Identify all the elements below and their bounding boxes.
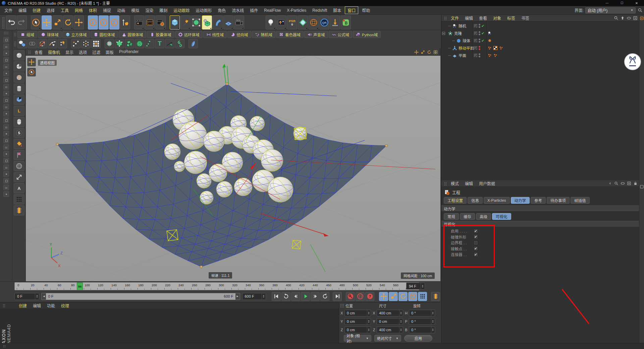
- minimize-button[interactable]: —: [600, 0, 614, 6]
- close-button[interactable]: ✕: [629, 0, 644, 6]
- move-tool-icon[interactable]: [42, 15, 52, 30]
- menu-雕刻[interactable]: 雕刻: [156, 6, 170, 14]
- record-key-button[interactable]: [346, 292, 355, 301]
- attribute-tab-动力学[interactable]: 动力学: [511, 197, 530, 204]
- range-start-field[interactable]: 0 F▲▼: [14, 293, 39, 300]
- psr-keyframe-icon[interactable]: PSR0: [287, 15, 297, 30]
- object-row-球体[interactable]: 球体✔: [441, 37, 639, 44]
- menu-渲染[interactable]: 渲染: [142, 6, 156, 14]
- menu-帮助[interactable]: 帮助: [359, 6, 373, 14]
- enable-check-icon[interactable]: ✔: [481, 39, 484, 43]
- undo-icon[interactable]: [6, 15, 16, 30]
- poly-split-icon[interactable]: [125, 39, 134, 48]
- paint-bucket-icon[interactable]: [14, 139, 24, 149]
- smooth-sphere-icon[interactable]: [14, 50, 24, 60]
- range-end-field[interactable]: 600 F▲▼: [242, 293, 266, 300]
- left-tool-small-18[interactable]: [3, 151, 9, 157]
- size-Y-field[interactable]: 0 cm▲▼: [377, 318, 403, 325]
- field-button-圆柱体域[interactable]: 圆柱体域: [91, 31, 118, 38]
- coord-system-icon[interactable]: [120, 15, 130, 30]
- attribute-tab-参考[interactable]: 参考: [531, 197, 546, 204]
- edge-mode-icon[interactable]: [81, 39, 91, 48]
- dynamics-subtab-高级[interactable]: 高级: [476, 213, 491, 220]
- om-search-icon[interactable]: [613, 15, 619, 21]
- sky-object-icon[interactable]: [276, 15, 286, 30]
- field-button-声音域[interactable]: 声音域: [304, 31, 328, 38]
- points-slash-icon[interactable]: [38, 39, 47, 48]
- scale-tool-icon[interactable]: [52, 15, 62, 30]
- menu-选择[interactable]: 选择: [44, 6, 58, 14]
- om-menu-书签[interactable]: 书签: [518, 14, 532, 22]
- light-object-icon[interactable]: [266, 15, 276, 30]
- layer-toggle[interactable]: [474, 31, 478, 35]
- subdivision-surface-icon[interactable]: [191, 15, 201, 30]
- coord-mode-dropdown[interactable]: 对象 (相对)▼: [344, 335, 371, 342]
- viewport-menu-摄像机[interactable]: 摄像机: [45, 48, 63, 56]
- viewport-select-icon[interactable]: [27, 68, 36, 77]
- menu-RealFlow[interactable]: RealFlow: [261, 7, 284, 14]
- ornament-spline-icon[interactable]: [175, 39, 184, 48]
- rotation-B-field[interactable]: 0 °▲▼: [409, 327, 435, 333]
- spline-select-icon[interactable]: [48, 39, 57, 48]
- drag-grip-icon[interactable]: [444, 16, 447, 20]
- visibility-dots[interactable]: [479, 53, 480, 57]
- viewport-menu-过滤[interactable]: 过滤: [90, 48, 103, 56]
- menu-流水线[interactable]: 流水线: [229, 6, 247, 14]
- expander-icon[interactable]: [442, 32, 445, 35]
- field-button-胶囊体域[interactable]: 胶囊体域: [147, 31, 174, 38]
- menu-X-Particles[interactable]: X-Particles: [284, 7, 309, 14]
- left-tool-small-22[interactable]: [3, 178, 9, 184]
- dynamics-subtab-缓存[interactable]: 缓存: [460, 213, 475, 220]
- om-home-icon[interactable]: [620, 15, 625, 21]
- checker-sphere-icon[interactable]: [14, 61, 24, 71]
- dots-sphere-icon[interactable]: [14, 72, 24, 83]
- menu-捕捉[interactable]: 捕捉: [100, 6, 114, 14]
- s-tool-icon[interactable]: S: [14, 128, 24, 138]
- shell-icon[interactable]: [189, 39, 198, 48]
- left-tool-small-12[interactable]: [3, 111, 9, 116]
- timeline-ruler[interactable]: 0204060801001201401601802002202402602803…: [14, 282, 419, 290]
- left-tool-small-11[interactable]: [3, 104, 9, 110]
- drag-grip-icon[interactable]: [2, 304, 5, 307]
- om-menu-编辑[interactable]: 编辑: [462, 14, 476, 22]
- left-tool-small-7[interactable]: [3, 77, 9, 83]
- menu-文件[interactable]: 文件: [1, 6, 15, 14]
- spline-pen-icon[interactable]: [145, 39, 154, 48]
- vp-zoom-icon[interactable]: [420, 50, 426, 55]
- left-tool-small-23[interactable]: [3, 185, 9, 190]
- om-menu-查看[interactable]: 查看: [476, 14, 490, 22]
- field-button-径向域[interactable]: 径向域: [227, 31, 251, 38]
- material-menu-编辑[interactable]: 编辑: [30, 302, 44, 309]
- left-tool-small-2[interactable]: [3, 44, 9, 49]
- menu-体积[interactable]: 体积: [86, 6, 100, 14]
- left-tool-small-24[interactable]: [3, 191, 9, 197]
- cylinder-tool-icon[interactable]: [14, 84, 24, 94]
- visibility-dots[interactable]: [479, 46, 480, 50]
- interface-dropdown[interactable]: 启动 (用户) ▼: [585, 7, 636, 13]
- left-tool-small-20[interactable]: [3, 164, 9, 170]
- cube-tool-icon[interactable]: [14, 95, 24, 105]
- enable-check-icon[interactable]: ✔: [481, 24, 484, 28]
- layer-toggle[interactable]: [474, 53, 478, 57]
- maximize-button[interactable]: ☐: [614, 0, 629, 6]
- am-add-icon[interactable]: [626, 181, 632, 186]
- am-menu-用户数据[interactable]: 用户数据: [476, 180, 498, 187]
- orangeball-tag-icon[interactable]: [487, 38, 492, 43]
- vertex-sphere-icon[interactable]: [105, 39, 114, 48]
- left-tool-small-6[interactable]: [3, 70, 9, 76]
- autokey-button[interactable]: ( ): [356, 292, 365, 301]
- viewport-canvas[interactable]: YZX 透视视图 帧速 : 111.1 网格间距 : 100 cm: [26, 56, 440, 281]
- viewport-menu-查看[interactable]: 查看: [32, 48, 45, 56]
- apply-button[interactable]: 应用: [404, 335, 432, 342]
- drag-grip-icon[interactable]: [4, 32, 8, 35]
- layer-toggle[interactable]: [474, 46, 478, 50]
- material-menu-功能[interactable]: 功能: [44, 302, 58, 309]
- camera-object-icon[interactable]: [234, 15, 244, 30]
- field-button-随机域[interactable]: 随机域: [252, 31, 276, 38]
- om-menu-对象[interactable]: 对象: [490, 14, 504, 22]
- viewport[interactable]: 查看摄像机显示选项过滤面板ProRender YZX 透视视图 帧速 : 111…: [26, 49, 440, 281]
- a-tool-icon[interactable]: A: [14, 183, 24, 193]
- skip-end-button[interactable]: [333, 292, 342, 301]
- orangedots-tag-icon[interactable]: [487, 46, 492, 50]
- bend-deformer-icon[interactable]: [213, 15, 223, 30]
